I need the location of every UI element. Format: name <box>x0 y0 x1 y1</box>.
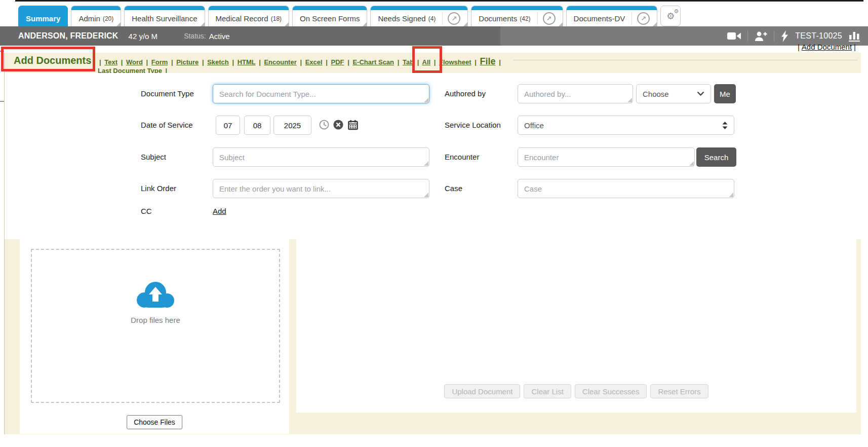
document-type-field-wrap <box>213 84 429 103</box>
separator: | <box>202 58 204 66</box>
link-all[interactable]: All <box>422 58 431 66</box>
tab-documents-dv[interactable]: Documents-DV ↗ <box>566 6 658 26</box>
link-form[interactable]: Form <box>151 58 168 66</box>
encounter-field-wrap <box>518 147 695 167</box>
tab-popout[interactable]: ↗ <box>442 12 460 25</box>
link-text[interactable]: Text <box>104 58 117 66</box>
tab-label: On Screen Forms <box>300 14 360 23</box>
link-encounter[interactable]: Encounter <box>264 58 296 66</box>
separator: | <box>259 58 261 66</box>
clear-date-button[interactable] <box>333 120 343 130</box>
separator: | <box>99 58 101 66</box>
tab-popout[interactable]: ↗ <box>632 12 650 25</box>
resize-grip[interactable] <box>627 98 632 102</box>
separator: | <box>146 58 148 66</box>
date-day-input[interactable] <box>244 116 270 135</box>
subject-field-wrap <box>213 147 429 167</box>
cc-add-link[interactable]: Add <box>213 206 226 216</box>
gear-icon: ⚙⚙ <box>666 12 675 21</box>
link-flowsheet[interactable]: Flowsheet <box>439 58 471 66</box>
resize-grip[interactable] <box>424 161 428 166</box>
tab-needs-signed[interactable]: Needs Signed (4) ↗ <box>370 6 468 26</box>
case-label: Case <box>445 179 462 198</box>
tab-count: (4) <box>428 15 436 22</box>
tab-label: Summary <box>26 14 60 23</box>
link-picture[interactable]: Picture <box>176 58 199 66</box>
splitter-tick[interactable] <box>0 51 4 52</box>
link-order-field-wrap <box>213 179 429 198</box>
patient-id: TEST-10025 <box>795 31 842 41</box>
clear-list-button[interactable]: Clear List <box>524 384 571 398</box>
subject-input[interactable] <box>213 147 429 167</box>
patient-status-value: Active <box>209 32 230 41</box>
splitter-tick[interactable] <box>0 101 4 102</box>
resize-grip[interactable] <box>424 98 428 102</box>
tab-popout[interactable]: ↗ <box>537 12 556 25</box>
upload-queue-buttons: Upload Document Clear List Clear Success… <box>296 384 856 398</box>
link-word[interactable]: Word <box>126 58 143 66</box>
tab-summary[interactable]: Summary <box>18 6 68 26</box>
tab-settings-button[interactable]: ⚙⚙ <box>660 6 681 26</box>
service-location-select[interactable]: Office <box>518 116 734 135</box>
gear-small-icon: ⚙ <box>674 9 679 14</box>
recent-dates-button[interactable] <box>319 120 329 130</box>
resize-grip[interactable] <box>689 161 694 166</box>
clear-successes-button[interactable]: Clear Successes <box>575 384 647 398</box>
document-type-search-input[interactable] <box>213 84 429 103</box>
case-input[interactable] <box>518 179 734 198</box>
patient-name: ANDERSON, FREDERICK <box>18 31 119 41</box>
choose-files-button[interactable]: Choose Files <box>127 415 182 429</box>
document-type-label: Document Type <box>141 84 194 103</box>
resize-grip[interactable] <box>729 193 733 197</box>
file-drop-zone[interactable]: Drop files here <box>31 249 280 403</box>
cloud-upload-icon <box>133 279 178 311</box>
separator: | <box>171 58 173 66</box>
encounter-search-button[interactable]: Search <box>696 147 736 167</box>
upload-document-button[interactable]: Upload Document <box>444 384 520 398</box>
add-person-button[interactable] <box>755 31 767 41</box>
tab-on-screen-forms[interactable]: On Screen Forms <box>292 6 367 26</box>
separator: | <box>434 58 436 66</box>
video-camera-icon <box>727 31 741 41</box>
divider <box>747 31 748 41</box>
date-month-input[interactable] <box>216 116 240 135</box>
tab-label: Medical Record <box>216 14 268 23</box>
separator: | <box>326 58 328 66</box>
tab-documents[interactable]: Documents (42) ↗ <box>471 6 563 26</box>
link-echart-scan[interactable]: E-Chart Scan <box>352 58 394 66</box>
authored-by-input[interactable] <box>518 84 633 103</box>
patient-bar: ANDERSON, FREDERICK 42 y/o M Status: Act… <box>0 26 868 46</box>
authored-by-choose-select[interactable]: Choose <box>636 84 711 103</box>
reports-button[interactable] <box>849 31 860 42</box>
person-add-icon <box>755 31 767 41</box>
resize-grip[interactable] <box>424 193 428 197</box>
tab-medical-record[interactable]: Medical Record (18) <box>208 6 290 26</box>
file-drop-card: Drop files here Choose Files <box>20 239 289 434</box>
reset-errors-button[interactable]: Reset Errors <box>650 384 708 398</box>
encounter-input[interactable] <box>518 147 695 167</box>
clock-icon <box>319 120 329 130</box>
link-excel[interactable]: Excel <box>305 58 323 66</box>
tab-admin[interactable]: Admin (20) <box>71 6 121 26</box>
upload-queue-area: Upload Document Clear List Clear Success… <box>296 239 856 413</box>
link-sketch[interactable]: Sketch <box>207 58 229 66</box>
video-camera-button[interactable] <box>727 31 741 41</box>
encounter-label: Encounter <box>445 147 479 167</box>
service-location-label: Service Location <box>445 116 501 135</box>
tab-label: Documents-DV <box>574 14 625 23</box>
subject-label: Subject <box>141 147 166 167</box>
authored-by-me-button[interactable]: Me <box>714 84 736 103</box>
add-document-link[interactable]: |Add Document| <box>798 43 856 51</box>
tab-health-surveillance[interactable]: Health Surveillance <box>124 6 205 26</box>
up-down-arrows-icon <box>722 122 728 129</box>
link-order-input[interactable] <box>213 179 429 198</box>
link-pdf[interactable]: PDF <box>331 58 344 66</box>
link-tab[interactable]: Tab <box>403 58 414 66</box>
link-file[interactable]: File <box>480 56 495 66</box>
tab-label: Health Surveillance <box>132 14 197 23</box>
date-year-input[interactable] <box>273 116 311 135</box>
calendar-button[interactable] <box>348 120 358 130</box>
case-field-wrap <box>518 179 734 198</box>
link-html[interactable]: HTML <box>238 58 256 66</box>
quick-action-button[interactable] <box>781 30 788 42</box>
